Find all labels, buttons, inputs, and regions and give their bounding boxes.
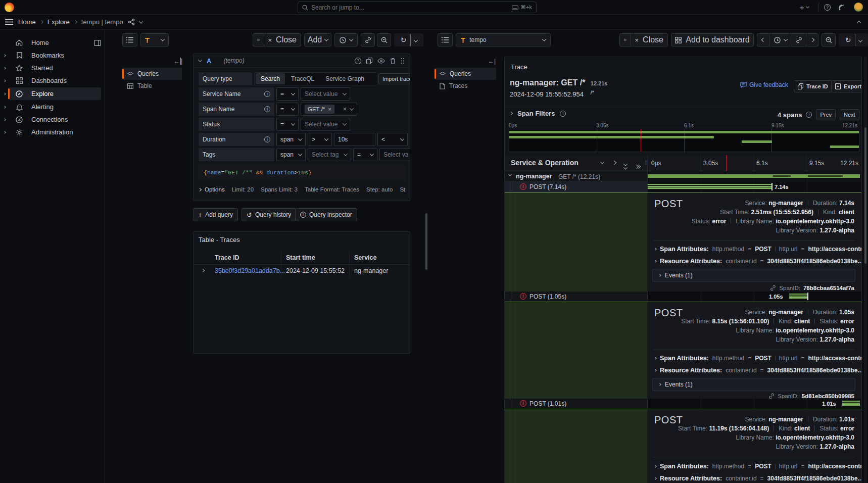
span-name-chip[interactable]: GET /*× <box>305 105 334 114</box>
time-shift-forward-button[interactable] <box>806 33 818 46</box>
column-header-start-time[interactable]: Start time <box>286 254 315 261</box>
left-nav-queries[interactable]: <> Queries <box>122 68 182 80</box>
left-time-range-button[interactable] <box>334 33 358 46</box>
resource-attributes-row[interactable]: Resource Attributes: container.id=304fd8… <box>654 475 862 482</box>
new-menu-button[interactable]: + <box>800 3 809 12</box>
next-span-button[interactable]: Next <box>840 109 859 120</box>
panel-title[interactable]: Table - Traces <box>199 236 240 244</box>
tags-key-select[interactable]: Select tag <box>308 148 351 161</box>
help-icon[interactable]: ? <box>824 4 831 11</box>
resource-attributes-row[interactable]: Resource Attributes: container.id=304fd8… <box>654 258 862 265</box>
remove-query-trash-icon[interactable] <box>390 58 396 64</box>
span-attributes-row[interactable]: Span Attributes: http.method=POST http.u… <box>654 463 862 470</box>
expand-icon[interactable] <box>3 92 6 95</box>
span-bar[interactable] <box>648 184 771 189</box>
collapse-sidebar-icon[interactable]: ←| <box>488 58 496 65</box>
left-datasource-picker[interactable]: T <box>140 33 169 46</box>
time-shift-back-button[interactable] <box>757 33 769 46</box>
span-bar[interactable] <box>789 294 807 299</box>
query-row-header[interactable]: A (tempo) ? <box>194 54 410 68</box>
left-zoom-out-button[interactable] <box>377 33 391 46</box>
duplicate-query-icon[interactable] <box>366 58 372 64</box>
right-outline-toggle-button[interactable] <box>438 33 453 46</box>
tags-scope-select[interactable]: span <box>276 148 306 161</box>
expand-one-icon[interactable] <box>612 161 616 165</box>
right-nav-queries[interactable]: <> Queries <box>435 68 496 80</box>
expand-icon[interactable] <box>3 67 6 70</box>
grafana-logo[interactable] <box>5 3 14 12</box>
expand-icon[interactable] <box>3 118 6 121</box>
search-input[interactable] <box>311 4 509 11</box>
collapse-one-icon[interactable] <box>600 160 604 164</box>
left-add-button[interactable]: Add <box>304 33 331 46</box>
right-run-query-button[interactable]: ↻ <box>839 33 868 46</box>
collapse-children-icon[interactable] <box>508 173 512 176</box>
expand-icon[interactable] <box>3 131 6 134</box>
hide-response-eye-icon[interactable] <box>377 58 385 64</box>
right-permalink-button[interactable] <box>792 33 806 46</box>
collapse-sidebar-icon[interactable]: ←| <box>174 58 182 65</box>
left-permalink-button[interactable] <box>361 33 375 46</box>
service-name-value-select[interactable]: Select value <box>301 87 350 101</box>
expand-all-icon[interactable] <box>635 161 640 170</box>
clear-icon[interactable]: × <box>343 106 347 113</box>
duration-max-operator-select[interactable]: < <box>377 133 408 146</box>
left-close-pane-button[interactable]: ×Close <box>253 33 301 46</box>
breadcrumb-home[interactable]: Home <box>18 18 36 26</box>
status-value-select[interactable]: Select value <box>301 118 350 131</box>
user-avatar[interactable] <box>854 3 863 12</box>
span-detail-panel-1[interactable]: POST Service: ng-managerDuration: 7.14s … <box>647 192 861 292</box>
news-icon[interactable] <box>838 4 845 11</box>
right-close-pane-button[interactable]: ×Close <box>619 33 668 46</box>
add-to-dashboard-button[interactable]: Add to dashboard <box>671 33 754 46</box>
query-help-icon[interactable]: ? <box>355 58 361 64</box>
left-outline-toggle-button[interactable] <box>122 33 137 46</box>
collapse-all-icon[interactable] <box>624 159 627 170</box>
drag-handle-icon[interactable] <box>401 58 405 64</box>
share-icon[interactable] <box>128 19 135 25</box>
panel-title[interactable]: Trace <box>511 63 527 71</box>
trace-id-button[interactable]: Trace ID <box>794 80 832 92</box>
duration-operator-select[interactable]: > <box>308 133 332 146</box>
sidebar-item-home[interactable]: Home <box>0 36 105 49</box>
row-expand-icon[interactable] <box>201 269 205 272</box>
sidebar-item-explore[interactable]: Explore <box>0 87 105 101</box>
sidebar-item-administration[interactable]: Administration <box>0 126 105 138</box>
dock-menu-icon[interactable] <box>94 40 101 46</box>
left-nav-table[interactable]: Table <box>122 80 182 92</box>
right-datasource-picker[interactable]: T tempo <box>456 33 551 46</box>
menu-icon[interactable] <box>5 19 13 25</box>
span-name-operator-select[interactable]: = <box>276 103 299 116</box>
table-row[interactable]: 35be0f3d29a01adda7b... 2024-12-09 15:55:… <box>194 264 410 277</box>
right-pane-scrollbar-track[interactable] <box>864 57 867 483</box>
duration-scope-select[interactable]: span <box>276 133 306 146</box>
tags-operator-select[interactable]: = <box>353 148 377 161</box>
span-row-post-7-14s[interactable]: ! POST (7.14s) 7.14s <box>505 181 861 192</box>
span-bar-root[interactable] <box>648 174 860 178</box>
span-row-post-1-05s[interactable]: ! POST (1.05s) 1.05s <box>505 292 861 302</box>
column-header-trace-id[interactable]: Trace ID <box>215 254 239 261</box>
import-trace-button[interactable]: Import trace <box>378 73 410 84</box>
global-search[interactable]: ⌘+k <box>298 2 537 13</box>
span-attributes-row[interactable]: Span Attributes: http.method=POST http.u… <box>654 246 862 253</box>
span-detail-panel-3[interactable]: POST Service: ng-managerDuration: 1.01s … <box>647 409 861 483</box>
collapse-query-icon[interactable] <box>198 58 202 62</box>
right-pane-scrollbar-thumb[interactable] <box>864 127 866 264</box>
right-time-range-button[interactable] <box>769 33 792 46</box>
tab-service-graph[interactable]: Service Graph <box>320 73 369 84</box>
prev-span-button[interactable]: Prev <box>816 109 836 120</box>
tab-traceql[interactable]: TraceQL <box>286 73 319 84</box>
export-button[interactable]: Export <box>831 80 862 92</box>
events-row[interactable]: Events (1) <box>652 378 855 391</box>
trace-minimap[interactable] <box>509 129 859 152</box>
sidebar-item-starred[interactable]: Starred <box>0 62 105 74</box>
right-nav-traces[interactable]: Traces <box>435 80 496 92</box>
span-name-value-select[interactable]: GET /*× × <box>301 103 357 116</box>
collapse-topbar-icon[interactable] <box>857 21 861 25</box>
span-row-post-1-01s[interactable]: ! POST (1.01s) 1.01s <box>505 399 861 409</box>
span-attributes-row[interactable]: Span Attributes: http.method=POST http.u… <box>654 355 862 362</box>
sidebar-item-alerting[interactable]: Alerting <box>0 101 105 113</box>
options-row[interactable]: Options Limit: 20 Spans Limit: 3 Table F… <box>199 183 406 196</box>
service-name-operator-select[interactable]: = <box>276 87 299 101</box>
left-run-query-button[interactable]: ↻ <box>394 33 423 46</box>
